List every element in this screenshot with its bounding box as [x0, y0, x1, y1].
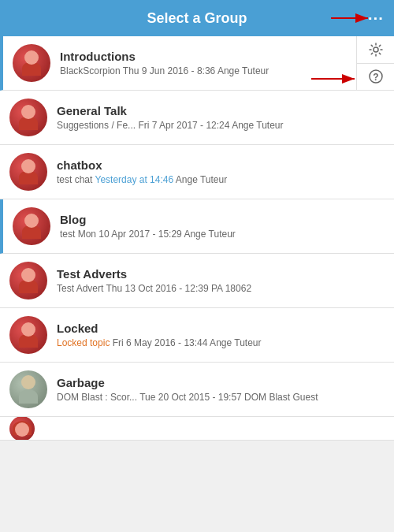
svg-text:?: ?	[373, 72, 378, 83]
group-name-test-adverts: Test Adverts	[57, 267, 385, 281]
group-info-blog: Blog test Mon 10 Apr 2017 - 15:29 Ange T…	[60, 213, 385, 240]
header-menu-button[interactable]: ⋯	[367, 9, 385, 28]
group-info-garbage: Garbage DOM Blast : Scor... Tue 20 Oct 2…	[57, 376, 385, 403]
group-item-introductions[interactable]: Introductions BlackScorpion Thu 9 Jun 20…	[0, 36, 394, 91]
group-item-chatbox[interactable]: chatbox test chat Yesterday at 14:46 Ang…	[0, 145, 394, 199]
help-button[interactable]: ?	[357, 64, 394, 91]
group-item-blog[interactable]: Blog test Mon 10 Apr 2017 - 15:29 Ange T…	[0, 199, 394, 254]
group-name-garbage: Garbage	[57, 376, 385, 389]
group-item-general-talk[interactable]: General Talk Suggestions / Fe... Fri 7 A…	[0, 91, 394, 145]
chatbox-date-link: Yesterday at 14:46	[95, 174, 173, 185]
gear-icon	[368, 42, 384, 58]
avatar-locked	[9, 316, 47, 354]
gear-button[interactable]	[357, 36, 394, 64]
action-icons-panel: ?	[356, 36, 394, 90]
avatar-blog	[13, 207, 50, 245]
group-sub-test-adverts: Test Advert Thu 13 Oct 2016 - 12:39 PA 1…	[57, 283, 385, 294]
group-info-locked: Locked Locked topic Fri 6 May 2016 - 13:…	[57, 322, 385, 348]
svg-point-0	[374, 47, 378, 52]
group-name-blog: Blog	[60, 213, 385, 226]
group-name-general-talk: General Talk	[57, 104, 385, 117]
group-info-introductions: Introductions BlackScorpion Thu 9 Jun 20…	[60, 50, 347, 76]
group-sub-general-talk: Suggestions / Fe... Fri 7 Apr 2017 - 12:…	[57, 120, 385, 131]
help-icon: ?	[368, 69, 384, 84]
avatar-introductions	[13, 44, 50, 82]
group-item-test-adverts[interactable]: Test Adverts Test Advert Thu 13 Oct 2016…	[0, 254, 394, 308]
avatar-garbage	[9, 370, 47, 408]
group-sub-introductions: BlackScorpion Thu 9 Jun 2016 - 8:36 Ange…	[60, 65, 347, 76]
group-item-garbage[interactable]: Garbage DOM Blast : Scor... Tue 20 Oct 2…	[0, 363, 394, 417]
group-sub-garbage: DOM Blast : Scor... Tue 20 Oct 2015 - 19…	[57, 392, 385, 403]
group-list: Introductions BlackScorpion Thu 9 Jun 20…	[0, 36, 394, 441]
avatar-test-adverts	[9, 262, 47, 299]
group-info-chatbox: chatbox test chat Yesterday at 14:46 Ang…	[57, 158, 385, 185]
header-title: Select a Group	[147, 10, 247, 27]
group-sub-chatbox: test chat Yesterday at 14:46 Ange Tuteur	[57, 174, 385, 185]
group-name-introductions: Introductions	[60, 50, 347, 63]
group-sub-locked: Locked topic Fri 6 May 2016 - 13:44 Ange…	[57, 337, 385, 348]
header: Select a Group ⋯	[0, 0, 394, 36]
group-name-chatbox: chatbox	[57, 158, 385, 172]
avatar-chatbox	[9, 153, 47, 191]
app-container: Select a Group ⋯ Introductions BlackScor…	[0, 0, 394, 441]
group-info-general-talk: General Talk Suggestions / Fe... Fri 7 A…	[57, 104, 385, 131]
group-item-locked[interactable]: Locked Locked topic Fri 6 May 2016 - 13:…	[0, 308, 394, 363]
avatar-partial	[9, 417, 35, 441]
group-name-locked: Locked	[57, 322, 385, 335]
group-info-test-adverts: Test Adverts Test Advert Thu 13 Oct 2016…	[57, 267, 385, 294]
locked-label: Locked topic	[57, 337, 110, 348]
avatar-general-talk	[9, 99, 47, 136]
group-item-partial	[0, 417, 394, 441]
group-sub-blog: test Mon 10 Apr 2017 - 15:29 Ange Tuteur	[60, 229, 385, 240]
